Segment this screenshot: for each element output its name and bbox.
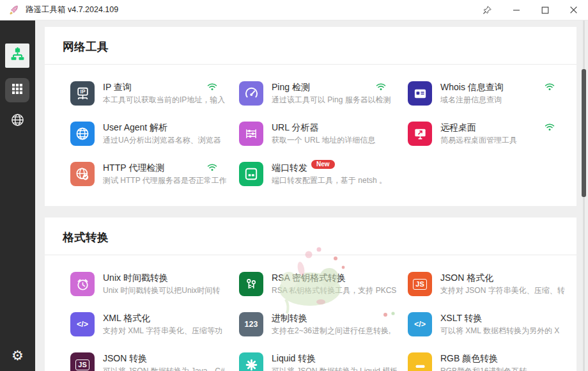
section-title: 格式转换 [45, 217, 576, 245]
tool-json-format[interactable]: JS JSON 格式化 支持对 JSON 字符串美化、压缩、转 [408, 272, 568, 297]
tool-name: Ping 检测 [272, 82, 310, 92]
glyph-icon: JS [408, 272, 432, 296]
wifi-online-icon [207, 82, 217, 90]
glyph-text: </> [77, 320, 88, 329]
tool-xslt-convert[interactable]: </> XSLT 转换 可以将 XML 数据档转换为另外的 X [408, 312, 568, 337]
tool-description: 可以将 XML 数据档转换为另外的 X [440, 326, 568, 336]
tool-name: XML 格式化 [103, 313, 150, 323]
wifi-online-icon [545, 122, 555, 130]
close-button[interactable] [559, 0, 588, 20]
tool-name: JSON 格式化 [440, 272, 493, 283]
tool-description: RGB颜色和16进制色互转 [440, 367, 568, 371]
tool-http-proxy[interactable]: HTTP 代理检测 测试 HTTP 代理服务器是否正常工作 [70, 162, 230, 187]
settings-gear-icon[interactable]: ⚙ [0, 348, 35, 363]
tool-name: JSON 转换 [103, 353, 147, 363]
glyph-icon: </> [70, 312, 95, 336]
tool-description: 通过UA分析出浏览器名称、浏览器 [103, 136, 230, 145]
tool-description: 端口转发配置工具，基于 netsh 。 [272, 176, 399, 186]
glyph-text: 123 [245, 320, 258, 329]
tools-grid: Unix 时间戳转换 Unix 时间戳转换可以把Unix时间转 RSA 密钥格式… [45, 255, 576, 371]
tool-description: 支持在2~36进制之间进行任意转换, [272, 326, 399, 336]
globe-icon [10, 113, 25, 130]
wifi-online-icon [207, 162, 217, 171]
globe-icon [70, 122, 95, 146]
titlebar: 路遥工具箱 v4.7.2024.109 [0, 0, 588, 20]
new-badge: New [311, 160, 335, 169]
tool-name: URL 分析器 [272, 122, 318, 132]
tool-liquid-convert[interactable]: Liquid 转换 可以将 JSON 数据转换为 Liquid 模板 [239, 352, 399, 371]
tool-description: 支持对 JSON 字符串美化、压缩、转 [440, 286, 568, 296]
tool-user-agent[interactable]: User Agent 解析 通过UA分析出浏览器名称、浏览器 [70, 122, 230, 146]
tool-name: Liquid 转换 [272, 353, 316, 363]
tool-name: 远程桌面 [440, 122, 476, 132]
tool-name: 进制转换 [272, 313, 307, 323]
wifi-online-icon [376, 82, 386, 90]
tool-name: IP 查询 [103, 82, 132, 92]
glyph-icon: JS [70, 352, 95, 371]
idcard-icon [408, 81, 432, 106]
ip-icon: IP [70, 81, 95, 106]
section-title: 网络工具 [45, 27, 576, 54]
layout-icon [239, 162, 263, 186]
tool-description: Unix 时间戳转换可以把Unix时间转 [103, 286, 230, 296]
grid-icon [11, 83, 24, 98]
tool-name: Unix 时间戳转换 [103, 272, 168, 283]
tool-rsa-key[interactable]: RSA 密钥格式转换 RSA 私钥格式转换工具，支持 PKCS [239, 272, 399, 297]
sidebar-item-apps[interactable] [5, 78, 29, 102]
tool-name: 端口转发 [272, 162, 307, 173]
tool-description: 获取一个 URL 地址的详细信息 [272, 136, 399, 145]
sidebar: ⚙ [0, 20, 35, 371]
sidebar-item-tools[interactable] [5, 43, 29, 68]
gauge-icon [239, 81, 263, 106]
tool-description: RSA 私钥格式转换工具，支持 PKCS [272, 286, 399, 296]
minimize-button[interactable] [502, 0, 530, 20]
monitor-icon [408, 122, 432, 146]
tool-description: 简易远程桌面管理工具 [440, 136, 568, 145]
tools-grid: IP IP 查询 本工具可以获取当前的IP地址，输入 Ping 检测 通过该工具… [45, 65, 576, 187]
tool-xml-format[interactable]: </> XML 格式化 支持对 XML 字符串美化、压缩等功 [70, 312, 230, 337]
tool-whois-lookup[interactable]: Whois 信息查询 域名注册信息查询 [408, 81, 568, 106]
tool-json-convert[interactable]: JS JSON 转换 可以将 JSON 数据转换为 Java、C# [70, 352, 230, 371]
tool-description: 域名注册信息查询 [440, 95, 568, 105]
tool-name: Whois 信息查询 [440, 82, 504, 92]
tool-description: 可以将 JSON 数据转换为 Java、C# [103, 367, 230, 371]
tool-name: RSA 密钥格式转换 [272, 272, 346, 283]
glyph-text: JS [75, 359, 89, 370]
tool-name: HTTP 代理检测 [103, 162, 164, 173]
tool-description: 测试 HTTP 代理服务器是否正常工作 [103, 176, 230, 186]
tool-unix-timestamp[interactable]: Unix 时间戳转换 Unix 时间戳转换可以把Unix时间转 [70, 272, 230, 297]
tool-name: RGB 颜色转换 [440, 353, 498, 363]
tool-remote-desktop[interactable]: 远程桌面 简易远程桌面管理工具 [408, 122, 568, 146]
app-logo-rocket-icon [8, 4, 20, 16]
scrollbar [582, 20, 586, 371]
tool-name: XSLT 转换 [440, 313, 483, 323]
scrollbar-thumb[interactable] [582, 69, 586, 197]
section-card-0: 网络工具 IP IP 查询 本工具可以获取当前的IP地址，输入 Ping 检测 … [45, 27, 576, 206]
dash-icon [408, 352, 432, 371]
tool-port-forward[interactable]: 端口转发New 端口转发配置工具，基于 netsh 。 [239, 162, 399, 187]
window-title: 路遥工具箱 v4.7.2024.109 [26, 4, 118, 15]
tool-description: 支持对 XML 字符串美化、压缩等功 [103, 326, 230, 336]
globe-check-icon [70, 162, 95, 186]
pin-button[interactable] [473, 0, 502, 20]
wifi-online-icon [545, 82, 555, 90]
glyph-text: </> [414, 320, 426, 329]
sidebar-item-web[interactable] [5, 109, 29, 133]
sitemap-icon [10, 47, 26, 65]
svg-text:IP: IP [80, 88, 85, 94]
main-content: 网络工具 IP IP 查询 本工具可以获取当前的IP地址，输入 Ping 检测 … [35, 20, 588, 371]
tool-rgb-convert[interactable]: RGB 颜色转换 RGB颜色和16进制色互转 [408, 352, 568, 371]
tool-description: 可以将 JSON 数据转换为 Liquid 模板 [272, 367, 399, 371]
tool-base-convert[interactable]: 123 进制转换 支持在2~36进制之间进行任意转换, [239, 312, 399, 337]
keys-icon [239, 272, 263, 296]
glyph-icon: </> [408, 312, 432, 336]
tool-url-analyzer[interactable]: URL 分析器 获取一个 URL 地址的详细信息 [239, 122, 399, 146]
glyph-text: JS [413, 279, 426, 290]
tool-description: 通过该工具可以 Ping 服务器以检测 [272, 95, 399, 105]
window-controls [473, 0, 588, 20]
maximize-button[interactable] [530, 0, 559, 20]
tool-ping-check[interactable]: Ping 检测 通过该工具可以 Ping 服务器以检测 [239, 81, 399, 106]
glyph-icon: 123 [239, 312, 263, 336]
tool-ip-lookup[interactable]: IP IP 查询 本工具可以获取当前的IP地址，输入 [70, 81, 230, 106]
section-card-1: 格式转换 Unix 时间戳转换 Unix 时间戳转换可以把Unix时间转 RSA… [45, 217, 576, 371]
